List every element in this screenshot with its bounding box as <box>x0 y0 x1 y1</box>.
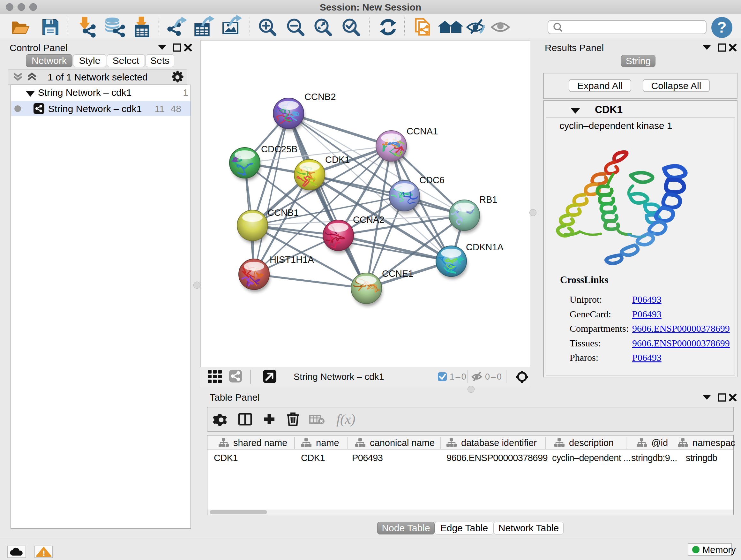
svg-text:CCNA1: CCNA1 <box>407 126 438 136</box>
svg-text:CCNE1: CCNE1 <box>382 268 413 279</box>
svg-text:String Network – cdk1: String Network – cdk1 <box>293 372 384 382</box>
svg-text:RB1: RB1 <box>479 194 497 205</box>
svg-text:0 – 0: 0 – 0 <box>485 372 501 381</box>
svg-text:CCNA2: CCNA2 <box>353 214 384 225</box>
svg-text:?: ? <box>717 19 726 36</box>
svg-text:CDC6: CDC6 <box>419 175 445 185</box>
svg-text:CDC25B: CDC25B <box>261 144 297 154</box>
svg-text:HIST1H1A: HIST1H1A <box>270 254 314 265</box>
svg-text:CDKN1A: CDKN1A <box>466 242 503 252</box>
svg-text:1 – 0: 1 – 0 <box>450 372 466 381</box>
svg-text:CDK1: CDK1 <box>325 154 350 165</box>
svg-text:f(x): f(x) <box>336 412 355 427</box>
svg-text:CCNB2: CCNB2 <box>305 91 336 102</box>
svg-text:CCNB1: CCNB1 <box>267 207 299 218</box>
